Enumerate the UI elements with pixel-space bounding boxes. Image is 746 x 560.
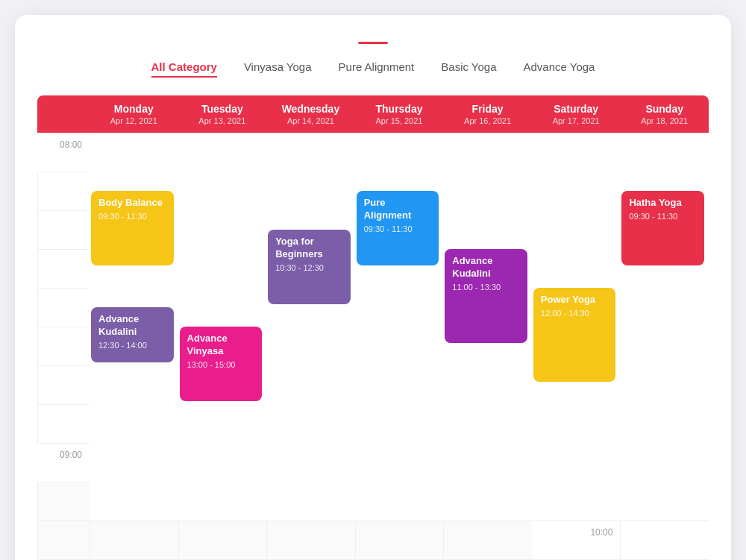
event-advance-kudalini-mon[interactable]: Advance Kudalini12:30 - 14:00 xyxy=(91,307,174,362)
header-tuesday: TuesdayApr 13, 2021 xyxy=(178,95,267,133)
tab-all[interactable]: All Category xyxy=(151,60,217,78)
header-friday: FridayApr 16, 2021 xyxy=(443,95,532,133)
event-hatha-yoga[interactable]: Hatha Yoga09:30 - 11:30 xyxy=(621,191,704,265)
cell-r0-c2 xyxy=(37,249,90,288)
header-time-cell xyxy=(37,95,90,133)
time-label-0800: 08:00 xyxy=(37,133,90,172)
cell-r1-c5 xyxy=(355,520,444,559)
category-tabs: All CategoryVinyasa YogaPure AlignmentBa… xyxy=(37,60,709,78)
cell-r0-c0 xyxy=(37,172,90,210)
calendar-grid: MondayApr 12, 2021TuesdayApr 13, 2021Wed… xyxy=(37,95,709,560)
time-label-1000: 10:00 xyxy=(532,520,621,559)
event-body-balance[interactable]: Body Balance09:30 - 11:30 xyxy=(91,191,174,265)
cell-r1-c1 xyxy=(37,520,90,559)
event-pure-alignment[interactable]: Pure Alignment09:30 - 11:30 xyxy=(357,191,439,265)
cell-r1-c6 xyxy=(443,520,532,559)
header-thursday: ThursdayApr 15, 2021 xyxy=(355,95,444,133)
header-wednesday: WednesdayApr 14, 2021 xyxy=(266,95,355,133)
cell-r1-c3 xyxy=(178,520,267,559)
event-yoga-for-beginners[interactable]: Yoga for Beginners10:30 - 12:30 xyxy=(268,230,351,304)
cell-r0-c6 xyxy=(37,404,90,443)
calendar-card: All CategoryVinyasa YogaPure AlignmentBa… xyxy=(15,15,731,560)
cell-r2-c0 xyxy=(620,520,709,559)
cell-r0-c4 xyxy=(37,327,90,365)
cell-r0-c3 xyxy=(37,288,90,327)
tab-basic[interactable]: Basic Yoga xyxy=(441,60,496,78)
event-advance-kudalini-fri[interactable]: Advance Kudalini11:00 - 13:30 xyxy=(445,249,527,343)
header-monday: MondayApr 12, 2021 xyxy=(90,95,178,133)
event-power-yoga[interactable]: Power Yoga12:00 - 14:30 xyxy=(533,288,616,382)
title-underline xyxy=(358,42,388,44)
cell-r1-c2 xyxy=(90,520,178,559)
time-label-0900: 09:00 xyxy=(37,443,90,482)
tab-pure[interactable]: Pure Alignment xyxy=(339,60,415,78)
cell-r1-c4 xyxy=(266,520,355,559)
header-sunday: SundayApr 18, 2021 xyxy=(620,95,709,133)
cell-r0-c5 xyxy=(37,365,90,404)
header-saturday: SaturdayApr 17, 2021 xyxy=(532,95,621,133)
events-overlay: Body Balance09:30 - 11:30Advance Kudalin… xyxy=(90,133,709,520)
calendar-container: MondayApr 12, 2021TuesdayApr 13, 2021Wed… xyxy=(37,95,709,560)
cell-r0-c1 xyxy=(37,210,90,249)
tab-vinyasa[interactable]: Vinyasa Yoga xyxy=(244,60,312,78)
tab-advance[interactable]: Advance Yoga xyxy=(524,60,595,78)
event-advance-vinyasa[interactable]: Advance Vinyasa13:00 - 15:00 xyxy=(180,327,263,401)
cell-r1-c0 xyxy=(37,482,90,520)
